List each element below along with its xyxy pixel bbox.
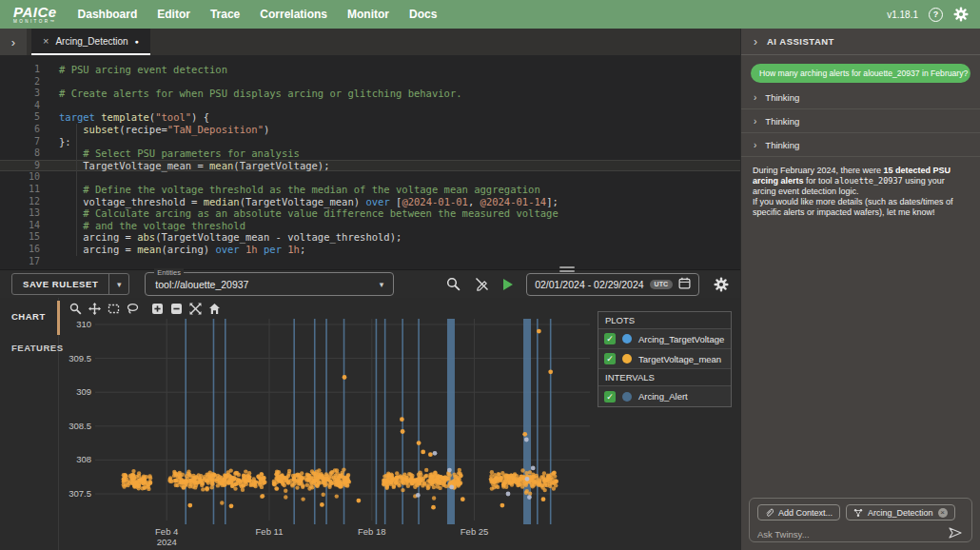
tab-arcing-detection[interactable]: × Arcing_Detection ● — [31, 29, 150, 55]
code-line[interactable]: 9 TargetVoltage_mean = mean(TargetVoltag… — [0, 160, 740, 172]
svg-text:309.5: 309.5 — [69, 353, 91, 363]
code-line[interactable]: 17 — [0, 256, 740, 268]
checkbox-checked-icon[interactable]: ✓ — [604, 333, 616, 344]
line-number: 13 — [0, 207, 59, 220]
code-line[interactable]: 13 # Calculate arcing as an absolute val… — [0, 207, 740, 220]
tab-chart[interactable]: CHART — [11, 311, 58, 322]
nav-editor[interactable]: Editor — [157, 8, 190, 21]
legend-item-arcing-targetvoltage: ✓ Arcing_TargetVoltage — [598, 329, 731, 349]
svg-text:Feb 11: Feb 11 — [256, 526, 284, 537]
chevron-right-icon: › — [754, 92, 756, 103]
autoscale-icon[interactable] — [188, 302, 202, 315]
zoom-icon[interactable] — [69, 302, 82, 315]
code-line[interactable]: 6 subset(recipe="TaN_Deposition") — [0, 124, 740, 136]
logo-text: PAICe — [13, 5, 57, 19]
date-range-picker[interactable]: 02/01/2024 - 02/29/2024 UTC — [526, 273, 699, 296]
code-line[interactable]: 5target template("tool") { — [0, 111, 740, 124]
app-logo[interactable]: PAICe MONITOR™ — [13, 5, 57, 25]
app-window: PAICe MONITOR™ Dashboard Editor Trace Co… — [0, 0, 980, 550]
checkbox-checked-icon[interactable]: ✓ — [604, 353, 616, 364]
code-line[interactable]: 2 — [0, 76, 740, 88]
line-number: 16 — [0, 244, 59, 256]
entities-select[interactable]: Entities tool://alouette_20937 ▾ — [145, 272, 394, 296]
nav-correlations[interactable]: Correlations — [260, 8, 327, 21]
legend-item-arcing-alert: ✓ Arcing_Alert — [598, 386, 731, 406]
search-icon[interactable] — [446, 277, 461, 291]
send-icon[interactable] — [949, 525, 962, 542]
code-line[interactable]: 7}: — [0, 136, 740, 148]
save-ruleset-label: SAVE RULESET — [12, 274, 108, 294]
calendar-icon[interactable] — [678, 276, 691, 293]
nav-trace[interactable]: Trace — [210, 8, 240, 21]
thinking-row[interactable]: › Thinking — [741, 133, 980, 157]
line-number: 15 — [0, 231, 59, 244]
legend-item-targetvoltage-mean: ✓ TargetVoltage_mean — [598, 349, 731, 369]
context-chip-arcing-detection[interactable]: Arcing_Detection × — [846, 504, 955, 521]
line-number: 14 — [0, 220, 59, 232]
run-query-button[interactable] — [503, 279, 513, 290]
code-line[interactable]: 1# PSU arcing event detection — [0, 64, 740, 76]
line-number: 17 — [0, 256, 59, 268]
box-select-icon[interactable] — [107, 302, 120, 315]
chat-input-box[interactable]: Add Context... Arcing_Detection × Ask Tw… — [749, 498, 972, 542]
code-line[interactable]: 8 # Select PSU parameters for analysis — [0, 147, 740, 160]
svg-text:Feb 18: Feb 18 — [358, 526, 386, 537]
panel-resize-handle[interactable] — [559, 266, 575, 274]
utc-badge: UTC — [650, 280, 673, 289]
nav-dashboard[interactable]: Dashboard — [78, 8, 138, 21]
code-line[interactable]: 15 arcing = abs(TargetVoltage_mean - vol… — [0, 231, 740, 244]
tab-features[interactable]: FEATURES — [11, 343, 58, 353]
tab-close-icon[interactable]: × — [43, 35, 49, 47]
plot-area: 310309.5309308.5308307.5Feb 42024Feb 11F… — [59, 298, 740, 550]
pan-icon[interactable] — [88, 302, 101, 315]
ruleset-icon — [853, 508, 863, 518]
thinking-row[interactable]: › Thinking — [741, 86, 980, 109]
zoom-in-icon[interactable] — [150, 302, 164, 315]
chip-close-icon[interactable]: × — [938, 508, 948, 518]
code-line[interactable]: 3# Create alerts for when PSU displays a… — [0, 88, 740, 100]
chart-settings-gear-icon[interactable] — [714, 277, 729, 292]
code-line[interactable]: 11 # Define the voltage threshold as the… — [0, 184, 740, 196]
chart-legend: PLOTS ✓ Arcing_TargetVoltage ✓ TargetVol… — [598, 311, 732, 407]
ruleset-toolbar: SAVE RULESET ▾ Entities tool://alouette_… — [0, 269, 740, 298]
ai-assistant-title: AI ASSISTANT — [767, 36, 834, 47]
reset-axes-home-icon[interactable] — [207, 302, 221, 315]
date-range-value: 02/01/2024 - 02/29/2024 — [535, 279, 643, 290]
svg-text:2024: 2024 — [157, 537, 177, 547]
code-line[interactable]: 14 # and the voltage threshold — [0, 220, 740, 232]
code-line[interactable]: 16 arcing = mean(arcing) over 1h per 1h; — [0, 244, 740, 256]
code-line[interactable]: 12 voltage_threshold = median(TargetVolt… — [0, 196, 740, 208]
annotations-off-icon[interactable] — [475, 277, 489, 291]
line-number: 10 — [0, 171, 59, 184]
legend-label: TargetVoltage_mean — [638, 354, 721, 364]
add-context-button[interactable]: Add Context... — [757, 504, 840, 521]
save-ruleset-caret-icon[interactable]: ▾ — [108, 274, 128, 294]
code-line[interactable]: 10 — [0, 171, 740, 184]
logo-subtext: MONITOR™ — [13, 20, 57, 25]
top-nav-bar: PAICe MONITOR™ Dashboard Editor Trace Co… — [0, 0, 980, 29]
ask-twinsy-input[interactable]: Ask Twinsy... — [757, 529, 949, 540]
line-number: 2 — [0, 76, 59, 88]
settings-gear-icon[interactable] — [953, 7, 969, 22]
legend-label: Arcing_TargetVoltage — [638, 334, 724, 344]
series-color-dot — [622, 392, 632, 402]
code-line[interactable]: 4 — [0, 100, 740, 112]
lasso-select-icon[interactable] — [126, 302, 139, 315]
save-ruleset-button[interactable]: SAVE RULESET ▾ — [11, 273, 129, 295]
line-number: 5 — [0, 111, 59, 124]
code-editor[interactable]: 1# PSU arcing event detection23# Create … — [0, 55, 740, 269]
checkbox-checked-icon[interactable]: ✓ — [604, 391, 616, 403]
zoom-out-icon[interactable] — [169, 302, 183, 315]
thinking-row[interactable]: › Thinking — [741, 109, 980, 133]
entities-caret-icon[interactable]: ▾ — [380, 280, 384, 289]
help-icon[interactable]: ? — [929, 8, 943, 22]
ai-assistant-header: › AI ASSISTANT — [741, 29, 980, 55]
main-menu: Dashboard Editor Trace Correlations Moni… — [78, 8, 438, 21]
thinking-label: Thinking — [765, 92, 799, 103]
thinking-label: Thinking — [765, 140, 799, 150]
nav-monitor[interactable]: Monitor — [347, 8, 389, 21]
collapse-chevron-icon[interactable]: › — [754, 35, 757, 49]
nav-docs[interactable]: Docs — [409, 8, 437, 21]
legend-label: Arcing_Alert — [638, 391, 688, 402]
sidebar-expand-icon[interactable]: › — [0, 29, 27, 55]
